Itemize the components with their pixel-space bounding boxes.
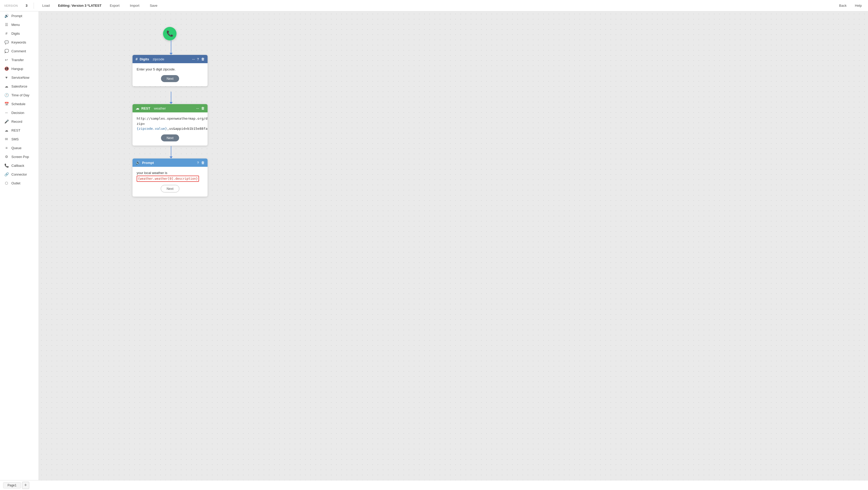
- prompt-delete-icon[interactable]: 🗑: [201, 161, 205, 165]
- version-label: VERSION: [4, 4, 18, 7]
- sidebar-label-record: Record: [11, 120, 22, 123]
- rest-url-text: http://samples.openweathermap.org/data/2…: [137, 116, 204, 131]
- sidebar-item-hangup[interactable]: 📵 Hangup: [0, 64, 38, 73]
- digits-node-name: zipcode: [153, 57, 164, 61]
- rest-node-actions: ··· 🗑: [196, 107, 205, 110]
- start-node[interactable]: 📞: [163, 27, 177, 40]
- sidebar-item-record[interactable]: 🎤 Record: [0, 117, 38, 126]
- sidebar-item-queue[interactable]: ≡ Queue: [0, 143, 38, 152]
- sidebar-label-hangup: Hangup: [11, 67, 23, 71]
- arrow-head-2: [169, 102, 173, 104]
- sidebar-label-rest: REST: [11, 128, 21, 132]
- main-layout: 🔊 Prompt ☰ Menu # Digits 💬 Keywords 💭 Co…: [0, 11, 868, 480]
- comment-icon: 💭: [4, 49, 9, 53]
- sidebar-item-screenpop[interactable]: ⚙ Screen Pop: [0, 152, 38, 161]
- prompt-node-body: your local weather is {weather.weather[0…: [132, 167, 208, 197]
- sidebar-item-servicenow[interactable]: ♥ ServiceNow: [0, 73, 38, 82]
- sidebar-label-digits: Digits: [11, 32, 20, 35]
- sidebar-label-menu: Menu: [11, 23, 20, 27]
- page-tab-1[interactable]: Page1: [3, 482, 21, 488]
- prompt-text: your local weather is {weather.weather[0…: [137, 170, 204, 182]
- sidebar-item-digits[interactable]: # Digits: [0, 29, 38, 38]
- connector-icon: 🔗: [4, 172, 9, 176]
- version-number: 3: [26, 4, 27, 7]
- rest-node-type: REST: [141, 107, 150, 110]
- add-page-button[interactable]: +: [22, 482, 29, 489]
- arrow-head-3: [169, 156, 173, 158]
- sidebar-item-transfer[interactable]: ↩ Transfer: [0, 55, 38, 64]
- keywords-icon: 💬: [4, 40, 9, 44]
- load-button[interactable]: Load: [40, 3, 52, 8]
- digits-next-button[interactable]: Next: [161, 75, 179, 82]
- rest-delete-icon[interactable]: 🗑: [201, 107, 205, 110]
- sidebar-item-rest[interactable]: ☁ REST: [0, 126, 38, 135]
- sidebar-item-comment[interactable]: 💭 Comment: [0, 47, 38, 55]
- decision-icon: ↔: [4, 111, 9, 115]
- rest-node-name: weather: [154, 107, 166, 110]
- sidebar-item-sms[interactable]: ✉ SMS: [0, 135, 38, 143]
- export-button[interactable]: Export: [108, 3, 122, 8]
- canvas[interactable]: 📞 # Digits zipcode ··· ? 🗑: [39, 11, 868, 480]
- rest-url-var: {zipcode.value}: [137, 127, 167, 131]
- rest-node-icon: ☁: [135, 106, 139, 110]
- arrow-digits-to-rest: [169, 92, 173, 104]
- digits-delete-icon[interactable]: 🗑: [201, 57, 205, 61]
- callback-icon: 📞: [4, 164, 9, 168]
- digits-help-icon[interactable]: ?: [197, 57, 199, 61]
- menu-icon: ☰: [4, 23, 9, 27]
- sidebar-label-comment: Comment: [11, 49, 26, 53]
- editing-label: Editing: Version 3 *LATEST: [58, 4, 101, 7]
- sidebar-item-menu[interactable]: ☰ Menu: [0, 20, 38, 29]
- sidebar-label-connector: Connector: [11, 172, 27, 176]
- digits-node-header: # Digits zipcode ··· ? 🗑: [132, 55, 208, 63]
- arrow-head: [169, 53, 173, 55]
- record-icon: 🎤: [4, 119, 9, 123]
- back-button[interactable]: Back: [837, 3, 848, 8]
- sidebar-label-outlet: Outlet: [11, 181, 21, 185]
- sidebar-item-salesforce[interactable]: ☁ Salesforce: [0, 82, 38, 91]
- queue-icon: ≡: [4, 146, 9, 150]
- arrow-start-to-digits: [169, 40, 173, 55]
- sidebar-label-screenpop: Screen Pop: [11, 155, 29, 159]
- sidebar-item-timeofday[interactable]: 🕐 Time of Day: [0, 91, 38, 99]
- prompt-next-button[interactable]: Next: [161, 185, 180, 193]
- help-button[interactable]: Help: [853, 3, 864, 8]
- servicenow-icon: ♥: [4, 75, 9, 80]
- timeofday-icon: 🕐: [4, 93, 9, 97]
- import-button[interactable]: Import: [128, 3, 142, 8]
- top-bar: VERSION 3 Load Editing: Version 3 *LATES…: [0, 0, 868, 11]
- sidebar-item-prompt[interactable]: 🔊 Prompt: [0, 11, 38, 20]
- digits-icon: #: [4, 31, 9, 35]
- prompt-node-type: Prompt: [142, 161, 154, 165]
- prompt-node[interactable]: 🔊 Prompt ? 🗑 your local weather is {weat…: [132, 158, 208, 197]
- prompt-node-header: 🔊 Prompt ? 🗑: [132, 158, 208, 167]
- sidebar-label-callback: Callback: [11, 164, 24, 168]
- sidebar-item-callback[interactable]: 📞 Callback: [0, 161, 38, 170]
- digits-more-icon[interactable]: ···: [192, 57, 195, 61]
- sidebar-label-schedule: Schedule: [11, 102, 25, 106]
- sidebar-item-decision[interactable]: ↔ Decision: [0, 108, 38, 117]
- arrow-rest-to-prompt: [169, 146, 173, 158]
- sidebar-label-salesforce: Salesforce: [11, 84, 27, 88]
- sms-icon: ✉: [4, 137, 9, 141]
- top-bar-divider: [34, 3, 34, 9]
- sidebar-item-keywords[interactable]: 💬 Keywords: [0, 38, 38, 47]
- prompt-help-icon[interactable]: ?: [197, 161, 199, 165]
- sidebar-item-outlet[interactable]: ⬡ Outlet: [0, 179, 38, 188]
- rest-node[interactable]: ☁ REST weather ··· 🗑 http://samples.open…: [132, 104, 208, 146]
- prompt-node-icon: 🔊: [135, 161, 140, 165]
- sidebar-label-decision: Decision: [11, 111, 24, 115]
- sidebar-item-connector[interactable]: 🔗 Connector: [0, 170, 38, 179]
- top-bar-right: Back Help: [837, 3, 864, 8]
- page-tabs: Page1 +: [0, 480, 868, 490]
- digits-node-type: Digits: [140, 57, 149, 61]
- sidebar-item-schedule[interactable]: 📅 Schedule: [0, 99, 38, 108]
- rest-next-button[interactable]: Next: [161, 135, 179, 141]
- digits-node-actions: ··· ? 🗑: [192, 57, 205, 61]
- salesforce-icon: ☁: [4, 84, 9, 88]
- hangup-icon: 📵: [4, 66, 9, 71]
- rest-more-icon[interactable]: ···: [196, 107, 199, 110]
- save-button[interactable]: Save: [148, 3, 160, 8]
- digits-node[interactable]: # Digits zipcode ··· ? 🗑 Enter your 5 di…: [132, 55, 208, 86]
- sidebar-label-sms: SMS: [11, 137, 19, 141]
